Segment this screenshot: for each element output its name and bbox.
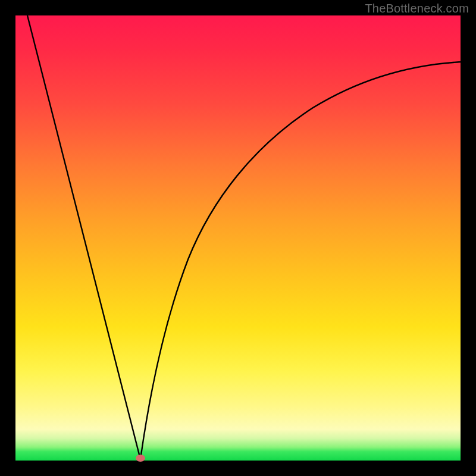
chart-frame: TheBottleneck.com — [0, 0, 476, 476]
curve-right-branch — [140, 62, 461, 459]
gradient-plot-area — [15, 15, 461, 461]
trough-marker — [136, 455, 145, 462]
curve-left-branch — [27, 15, 140, 459]
watermark-text: TheBottleneck.com — [365, 2, 469, 15]
bottleneck-curve — [15, 15, 461, 461]
